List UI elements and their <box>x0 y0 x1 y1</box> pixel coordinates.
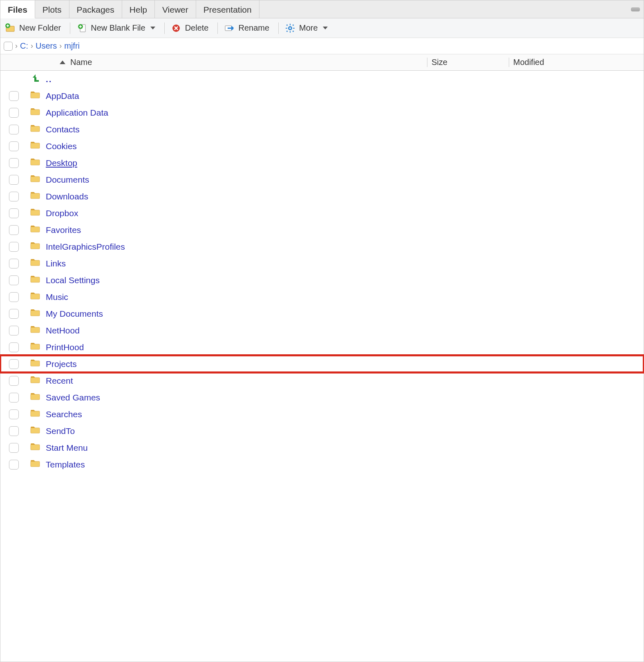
row-checkbox[interactable] <box>9 208 19 218</box>
table-row: My Documents <box>0 305 644 322</box>
new-blank-file-label: New Blank File <box>91 23 145 33</box>
folder-link[interactable]: PrintHood <box>43 342 427 352</box>
tab-help[interactable]: Help <box>122 0 155 18</box>
row-checkbox[interactable] <box>9 125 19 134</box>
new-folder-icon <box>5 23 16 33</box>
folder-link[interactable]: Contacts <box>43 125 427 134</box>
row-checkbox[interactable] <box>9 292 19 302</box>
folder-link[interactable]: IntelGraphicsProfiles <box>43 242 427 252</box>
column-name[interactable]: Name <box>27 58 427 67</box>
chevron-right-icon: › <box>59 42 62 50</box>
folder-link[interactable]: Templates <box>43 460 427 470</box>
folder-link[interactable]: Links <box>43 259 427 268</box>
row-checkbox[interactable] <box>9 275 19 285</box>
parent-dir-label[interactable]: .. <box>43 74 427 84</box>
folder-icon <box>30 291 40 302</box>
folder-icon <box>30 358 40 369</box>
folder-icon <box>30 342 40 353</box>
folder-link[interactable]: Application Data <box>43 108 427 118</box>
row-checkbox[interactable] <box>9 342 19 352</box>
row-checkbox[interactable] <box>9 326 19 335</box>
folder-icon <box>30 107 40 118</box>
folder-link[interactable]: Music <box>43 292 427 302</box>
folder-icon <box>30 224 40 235</box>
row-checkbox[interactable] <box>9 158 19 168</box>
folder-link[interactable]: Saved Games <box>43 393 427 403</box>
folder-link[interactable]: Desktop <box>43 158 427 168</box>
folder-link[interactable]: My Documents <box>43 309 427 319</box>
svg-rect-39 <box>31 445 40 450</box>
table-row: SendTo <box>0 423 644 439</box>
rename-button[interactable]: Rename <box>223 22 273 34</box>
folder-icon <box>30 459 40 470</box>
table-row: Templates <box>0 456 644 473</box>
row-checkbox[interactable] <box>9 309 19 319</box>
folder-link[interactable]: NetHood <box>43 326 427 335</box>
row-checkbox[interactable] <box>9 376 19 386</box>
delete-button[interactable]: Delete <box>170 22 213 34</box>
svg-rect-17 <box>34 80 39 82</box>
tab-files[interactable]: Files <box>0 0 35 18</box>
column-modified[interactable]: Modified <box>509 58 644 67</box>
folder-link[interactable]: AppData <box>43 91 427 101</box>
row-checkbox[interactable] <box>9 141 19 151</box>
minimize-pane-button[interactable] <box>627 0 644 18</box>
table-row: Cookies <box>0 138 644 154</box>
row-checkbox[interactable] <box>9 242 19 252</box>
svg-rect-19 <box>31 110 40 115</box>
folder-link[interactable]: Cookies <box>43 141 427 151</box>
folder-link[interactable]: Documents <box>43 175 427 185</box>
file-list: .. AppData Application Data Contacts Coo… <box>0 71 644 473</box>
select-all-checkbox[interactable] <box>4 42 13 51</box>
row-checkbox[interactable] <box>9 426 19 436</box>
folder-icon <box>30 90 40 101</box>
row-checkbox[interactable] <box>9 443 19 453</box>
table-row: PrintHood <box>0 339 644 356</box>
breadcrumb-segment[interactable]: Users <box>36 41 57 51</box>
tab-plots[interactable]: Plots <box>35 0 69 18</box>
svg-rect-34 <box>31 361 40 366</box>
breadcrumb-segment[interactable]: mjfri <box>64 41 80 51</box>
files-pane: FilesPlotsPackagesHelpViewerPresentation… <box>0 0 644 662</box>
row-checkbox[interactable] <box>9 225 19 235</box>
svg-rect-26 <box>31 227 40 232</box>
folder-link[interactable]: Start Menu <box>43 443 427 453</box>
svg-rect-35 <box>31 378 40 383</box>
svg-rect-29 <box>31 277 40 282</box>
tab-packages[interactable]: Packages <box>69 0 122 18</box>
column-size[interactable]: Size <box>427 58 509 67</box>
toolbar-separator <box>70 22 70 34</box>
new-folder-button[interactable]: New Folder <box>4 22 65 34</box>
table-row: NetHood <box>0 322 644 339</box>
row-checkbox[interactable] <box>9 175 19 185</box>
row-checkbox[interactable] <box>9 460 19 470</box>
folder-link[interactable]: Recent <box>43 376 427 386</box>
row-checkbox[interactable] <box>9 359 19 369</box>
folder-link[interactable]: SendTo <box>43 426 427 436</box>
folder-link[interactable]: Downloads <box>43 192 427 201</box>
folder-link[interactable]: Dropbox <box>43 208 427 218</box>
more-button[interactable]: More <box>284 22 332 34</box>
folder-link[interactable]: Searches <box>43 409 427 419</box>
row-checkbox[interactable] <box>9 393 19 403</box>
new-blank-file-button[interactable]: New Blank File <box>75 22 159 34</box>
folder-link[interactable]: Projects <box>43 359 427 369</box>
breadcrumb: › C: › Users › mjfri <box>0 38 644 54</box>
folder-link[interactable]: Local Settings <box>43 275 427 285</box>
folder-icon <box>30 375 40 386</box>
breadcrumb-segment[interactable]: C: <box>20 41 28 51</box>
folder-icon <box>30 425 40 436</box>
folder-icon <box>30 308 40 319</box>
row-checkbox[interactable] <box>9 259 19 268</box>
row-checkbox[interactable] <box>9 108 19 118</box>
row-checkbox[interactable] <box>9 91 19 101</box>
tab-presentation[interactable]: Presentation <box>196 0 259 18</box>
table-row: Recent <box>0 372 644 389</box>
row-checkbox[interactable] <box>9 409 19 419</box>
row-checkbox[interactable] <box>9 192 19 201</box>
table-row: IntelGraphicsProfiles <box>0 238 644 255</box>
tab-viewer[interactable]: Viewer <box>155 0 196 18</box>
parent-directory-row[interactable]: .. <box>0 71 644 87</box>
folder-link[interactable]: Favorites <box>43 225 427 235</box>
table-row: Saved Games <box>0 389 644 406</box>
